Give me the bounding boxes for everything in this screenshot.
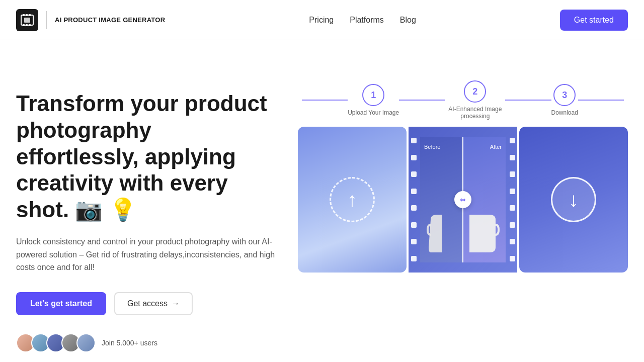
hero-title: Transform your product photography effor… bbox=[16, 90, 278, 223]
social-proof-text: Join 5.000+ users bbox=[102, 339, 157, 347]
site-header: AI PRODUCT IMAGE GENERATOR Pricing Platf… bbox=[0, 0, 644, 40]
upload-arrow-icon: ↑ bbox=[347, 189, 357, 211]
step-1-circle: 1 bbox=[362, 84, 384, 106]
processing-image-panel: ⇔ Before After bbox=[409, 127, 517, 273]
before-after-container: ⇔ Before After bbox=[420, 137, 506, 262]
filmstrip-right bbox=[507, 127, 517, 273]
svg-rect-3 bbox=[29, 14, 31, 16]
svg-rect-4 bbox=[23, 24, 25, 26]
logo-text: AI PRODUCT IMAGE GENERATOR bbox=[55, 16, 165, 24]
before-label: Before bbox=[424, 144, 440, 150]
lets-get-started-button[interactable]: Let's get started bbox=[16, 292, 106, 315]
hero-section: Transform your product photography effor… bbox=[0, 40, 644, 362]
step-3-circle: 3 bbox=[553, 84, 576, 106]
svg-rect-2 bbox=[26, 14, 28, 16]
step-1-label: Upload Your Image bbox=[348, 109, 399, 116]
nav-platforms[interactable]: Platforms bbox=[350, 16, 384, 25]
nav-blog[interactable]: Blog bbox=[400, 16, 416, 25]
filmstrip-left bbox=[409, 127, 419, 273]
hero-subtitle: Unlock consistency and control in your p… bbox=[16, 235, 278, 274]
avatar-group bbox=[16, 333, 96, 352]
mug-after-icon bbox=[469, 212, 500, 252]
before-after-toggle-icon: ⇔ bbox=[454, 191, 471, 208]
download-arrow-icon: ↓ bbox=[569, 189, 579, 211]
step-2-circle: 2 bbox=[464, 80, 486, 103]
svg-rect-6 bbox=[29, 24, 31, 26]
nav-pricing[interactable]: Pricing bbox=[309, 16, 334, 25]
download-icon: ↓ bbox=[551, 177, 596, 222]
avatar bbox=[76, 333, 96, 352]
after-label: After bbox=[490, 144, 502, 150]
hero-right: 1 Upload Your Image 2 AI-Enhanced Image … bbox=[298, 80, 628, 273]
download-image-panel: ↓ bbox=[519, 127, 628, 273]
social-proof: Join 5.000+ users bbox=[16, 333, 278, 352]
hero-buttons: Let's get started Get access → bbox=[16, 292, 278, 315]
step-2-label: AI-Enhanced Image processing bbox=[445, 106, 505, 120]
header-get-started-button[interactable]: Get started bbox=[560, 10, 628, 31]
logo-area: AI PRODUCT IMAGE GENERATOR bbox=[16, 9, 165, 31]
svg-rect-1 bbox=[23, 14, 25, 16]
svg-rect-5 bbox=[26, 24, 28, 26]
mug-before-icon bbox=[427, 212, 457, 252]
svg-rect-7 bbox=[24, 18, 30, 23]
upload-icon: ↑ bbox=[330, 177, 375, 222]
hero-left: Transform your product photography effor… bbox=[16, 80, 278, 352]
main-nav: Pricing Platforms Blog bbox=[309, 16, 416, 25]
step-3-label: Download bbox=[551, 109, 578, 116]
get-access-button[interactable]: Get access → bbox=[114, 292, 193, 315]
logo-icon bbox=[16, 9, 38, 31]
upload-image-panel: ↑ bbox=[298, 127, 407, 273]
logo-divider bbox=[46, 11, 47, 29]
